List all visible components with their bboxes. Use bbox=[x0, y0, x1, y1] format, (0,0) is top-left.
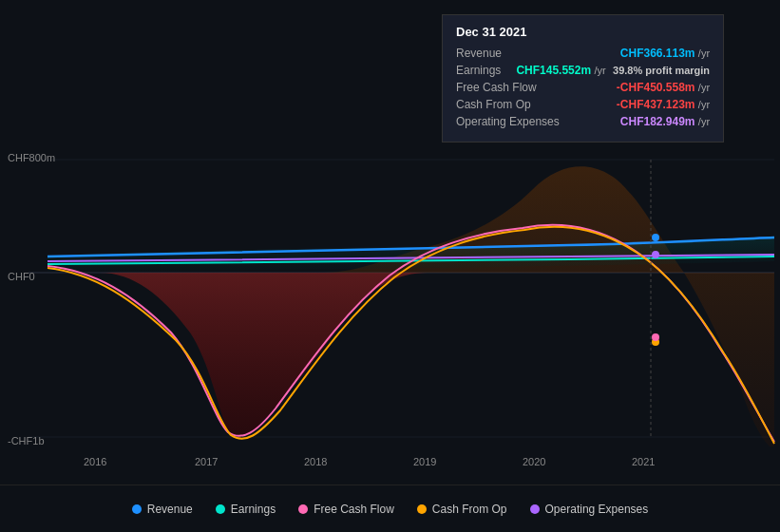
x-axis-2018: 2018 bbox=[304, 456, 327, 467]
tooltip-earnings-value: CHF145.552m /yr 39.8% profit margin bbox=[516, 64, 710, 77]
legend-fcf-dot bbox=[298, 504, 308, 514]
legend-cashop-label: Cash From Op bbox=[432, 503, 507, 516]
tooltip-cashop-label: Cash From Op bbox=[456, 98, 531, 111]
legend-revenue[interactable]: Revenue bbox=[132, 503, 193, 516]
tooltip-revenue-label: Revenue bbox=[456, 47, 502, 60]
x-axis-2016: 2016 bbox=[84, 456, 106, 467]
tooltip-opex-label: Operating Expenses bbox=[456, 115, 560, 128]
y-axis-top-label: CHF800m bbox=[8, 152, 55, 163]
tooltip-opex-value: CHF182.949m /yr bbox=[620, 115, 710, 128]
tooltip-revenue-value: CHF366.113m /yr bbox=[620, 47, 710, 60]
tooltip-fcf-row: Free Cash Flow -CHF450.558m /yr bbox=[456, 81, 710, 94]
legend-fcf-label: Free Cash Flow bbox=[314, 503, 394, 516]
tooltip-panel: Dec 31 2021 Revenue CHF366.113m /yr Earn… bbox=[442, 14, 724, 142]
x-axis-2020: 2020 bbox=[523, 456, 545, 467]
legend-earnings-dot bbox=[216, 504, 225, 514]
tooltip-fcf-value: -CHF450.558m /yr bbox=[617, 81, 710, 94]
legend-opex-label: Operating Expenses bbox=[545, 503, 649, 516]
tooltip-opex-row: Operating Expenses CHF182.949m /yr bbox=[456, 115, 710, 128]
tooltip-cashop-row: Cash From Op -CHF437.123m /yr bbox=[456, 98, 710, 111]
chart-legend: Revenue Earnings Free Cash Flow Cash Fro… bbox=[0, 484, 780, 532]
legend-cashop[interactable]: Cash From Op bbox=[417, 503, 507, 516]
tooltip-earnings-row: Earnings CHF145.552m /yr 39.8% profit ma… bbox=[456, 64, 710, 77]
tooltip-profit-margin: 39.8% profit margin bbox=[613, 65, 710, 76]
tooltip-revenue-row: Revenue CHF366.113m /yr bbox=[456, 47, 710, 60]
svg-point-5 bbox=[652, 251, 659, 258]
y-axis-bottom-label: -CHF1b bbox=[8, 435, 45, 446]
legend-fcf[interactable]: Free Cash Flow bbox=[298, 503, 394, 516]
legend-earnings-label: Earnings bbox=[231, 503, 276, 516]
tooltip-fcf-label: Free Cash Flow bbox=[456, 81, 537, 94]
svg-point-7 bbox=[652, 333, 659, 341]
tooltip-date: Dec 31 2021 bbox=[456, 25, 710, 39]
legend-cashop-dot bbox=[417, 504, 427, 514]
tooltip-earnings-label: Earnings bbox=[456, 64, 501, 77]
chart-area: CHF800m CHF0 -CHF1b 2016 2017 2018 2019 … bbox=[0, 0, 780, 484]
tooltip-cashop-value: -CHF437.123m /yr bbox=[617, 98, 710, 111]
svg-point-4 bbox=[652, 234, 659, 241]
legend-opex-dot bbox=[530, 504, 540, 514]
legend-opex[interactable]: Operating Expenses bbox=[530, 503, 649, 516]
x-axis-2021: 2021 bbox=[632, 456, 655, 467]
legend-earnings[interactable]: Earnings bbox=[216, 503, 276, 516]
legend-revenue-label: Revenue bbox=[147, 503, 193, 516]
x-axis-2019: 2019 bbox=[413, 456, 436, 467]
legend-revenue-dot bbox=[132, 504, 142, 514]
x-axis-2017: 2017 bbox=[195, 456, 218, 467]
y-axis-zero-label: CHF0 bbox=[8, 271, 35, 282]
